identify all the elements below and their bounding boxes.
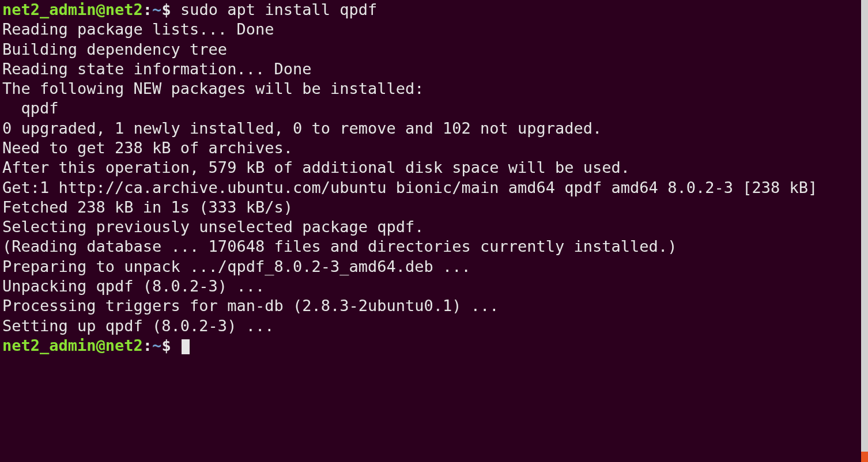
terminal-window[interactable]: net2_admin@net2:~$ sudo apt install qpdf… xyxy=(0,0,861,462)
output-line: Unpacking qpdf (8.0.2-3) ... xyxy=(2,277,859,296)
output-line: Selecting previously unselected package … xyxy=(2,217,859,237)
output-line: Building dependency tree xyxy=(2,40,859,59)
output-line: Processing triggers for man-db (2.8.3-2u… xyxy=(2,296,859,316)
output-line: 0 upgraded, 1 newly installed, 0 to remo… xyxy=(2,119,859,138)
output-line: Get:1 http://ca.archive.ubuntu.com/ubunt… xyxy=(2,178,859,198)
prompt-line-1: net2_admin@net2:~$ sudo apt install qpdf xyxy=(2,0,859,20)
output-line: Setting up qpdf (8.0.2-3) ... xyxy=(2,316,859,336)
output-line: Preparing to unpack .../qpdf_8.0.2-3_amd… xyxy=(2,257,859,277)
output-line: (Reading database ... 170648 files and d… xyxy=(2,237,859,256)
output-line: After this operation, 579 kB of addition… xyxy=(2,158,859,177)
cursor-block xyxy=(182,339,190,354)
output-line: Fetched 238 kB in 1s (333 kB/s) xyxy=(2,198,859,217)
prompt-separator: : xyxy=(143,336,152,354)
prompt-user-host: net2_admin@net2 xyxy=(2,1,143,18)
command-text: sudo apt install qpdf xyxy=(180,1,377,18)
prompt-dollar: $ xyxy=(161,336,180,354)
prompt-user-host: net2_admin@net2 xyxy=(2,336,143,354)
output-line: Need to get 238 kB of archives. xyxy=(2,138,859,158)
prompt-separator: : xyxy=(143,1,152,18)
output-line: qpdf xyxy=(2,99,859,118)
output-line: Reading state information... Done xyxy=(2,59,859,79)
prompt-dollar: $ xyxy=(161,1,180,18)
prompt-line-2[interactable]: net2_admin@net2:~$ xyxy=(2,336,859,355)
prompt-path: ~ xyxy=(152,1,161,18)
output-line: The following NEW packages will be insta… xyxy=(2,79,859,99)
prompt-path: ~ xyxy=(152,336,161,354)
scrollbar-track[interactable] xyxy=(861,0,868,462)
scrollbar-indicator xyxy=(861,452,868,462)
output-line: Reading package lists... Done xyxy=(2,20,859,39)
